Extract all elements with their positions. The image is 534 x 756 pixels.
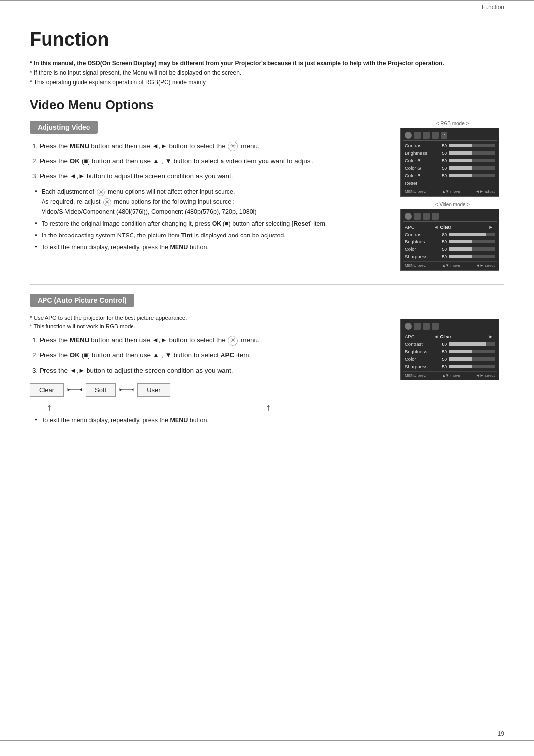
bullet-3: In the broadcasting system NTSC, the pic…	[35, 231, 389, 240]
osd-rgb-title: IN	[403, 130, 497, 141]
page-number: 19	[498, 730, 504, 737]
apc-note-2: * This function will not work in RGB mod…	[30, 322, 389, 331]
apc-step-1: Press the MENU button and then use ◄,► b…	[40, 334, 389, 346]
osd-rgb-row-reset: Reset	[403, 179, 497, 187]
osd-rgb-row-5: Color B 50	[403, 172, 497, 179]
apc-bullets: To exit the menu display, repeatedly, pr…	[35, 415, 389, 425]
apc-bold: APC	[221, 351, 235, 359]
osd-apc-footer: MENU prev. ▲▼ move ◄► select	[403, 371, 497, 378]
osd-video-title	[403, 211, 497, 222]
osd-video-icon-3	[423, 213, 430, 220]
osd-apc-icon-4	[432, 323, 439, 330]
step-1: Press the MENU button and then use ◄,► b…	[40, 141, 389, 152]
bullet-1: Each adjustment of menu options will not…	[35, 187, 389, 217]
osd-rgb-row-4: Color G 50	[403, 164, 497, 172]
apc-arrow-1	[64, 386, 86, 394]
apc-notes: * Use APC to set the projector for the b…	[30, 314, 389, 331]
apc-step-2: Press the OK (■) button and then use ▲ ,…	[40, 349, 389, 361]
osd-rgb-box: IN Contrast 50 Brightness 50 Color R 50	[400, 128, 499, 197]
menu-bold-apc2: MENU	[170, 417, 188, 424]
intro-notes: * In this manual, the OSD(On Screen Disp…	[30, 59, 504, 88]
adjusting-video-bullets: Each adjustment of menu options will not…	[35, 187, 389, 252]
osd-apc-icon-3	[423, 323, 430, 330]
apc-bullet-exit: To exit the menu display, repeatedly, pr…	[35, 415, 389, 425]
page-title: Function	[30, 29, 504, 50]
bullet-4: To exit the menu display, repeatedly, pr…	[35, 242, 389, 252]
osd-apc-row-2: Brightness 50	[403, 348, 497, 355]
apc-user-label: User	[147, 386, 160, 394]
apc-clear-box: Clear	[30, 383, 64, 397]
adjusting-video-section: Adjusting Video Press the MENU button an…	[30, 121, 504, 276]
sun-icon-1	[228, 142, 238, 151]
sun-icon-3	[103, 198, 111, 206]
osd-video-row-4: Sharpness 50	[403, 253, 497, 260]
apc-right: APC ◄ Clear ► Contrast 80 Brightness 50 …	[400, 294, 504, 385]
apc-left: APC (Auto Picture Control) * Use APC to …	[30, 294, 389, 430]
osd-apc-icon-1	[405, 323, 412, 330]
osd-icon-4	[432, 132, 439, 139]
apc-header: APC (Auto Picture Control)	[30, 294, 134, 307]
sun-icon-2	[97, 189, 105, 196]
osd-rgb-row-2: Brightness 50	[403, 149, 497, 157]
osd-video-box: APC ◄ Clear ► Contrast 80 Brightnes 50 C…	[400, 209, 499, 271]
osd-rgb-row-3: Color R 50	[403, 157, 497, 164]
menu-bold-apc1: MENU	[70, 336, 89, 344]
osd-video-icon-4	[432, 213, 439, 220]
step-2: Press the OK (■) button and then use ▲ ,…	[40, 155, 389, 167]
intro-bold: * In this manual, the OSD(On Screen Disp…	[30, 60, 444, 67]
ok-bold-2: OK	[212, 220, 222, 227]
pointer-left: ↑	[47, 402, 52, 413]
osd-apc-title	[403, 321, 497, 331]
svg-marker-4	[120, 388, 122, 391]
osd-video-row-2: Brightnes 50	[403, 238, 497, 245]
osd-icon-3	[423, 132, 430, 139]
menu-bold-2: MENU	[170, 244, 188, 251]
osd-icon-1	[405, 132, 412, 139]
ok-bold-1: OK	[70, 157, 80, 165]
apc-steps: Press the MENU button and then use ◄,► b…	[40, 334, 389, 377]
step-3: Press the ◄,► button to adjust the scree…	[40, 170, 389, 182]
osd-video-footer: MENU prev. ▲▼ move ◄► select	[403, 261, 497, 268]
arrow-svg-1	[67, 386, 83, 394]
apc-diagram: Clear Soft	[30, 383, 389, 397]
bullet-2: To restore the original image condition …	[35, 219, 389, 229]
apc-clear-label: Clear	[39, 386, 54, 394]
osd-apc-apc-row: APC ◄ Clear ►	[403, 333, 497, 340]
osd-video-icon-2	[414, 213, 421, 220]
osd-icon-2	[414, 132, 421, 139]
apc-note-1: * Use APC to set the projector for the b…	[30, 314, 389, 322]
osd-video-apc: APC ◄ Clear ►	[403, 223, 497, 231]
sun-icon-apc1	[228, 336, 238, 346]
pointer-right: ↑	[266, 402, 271, 413]
arrow-svg-2	[119, 386, 134, 394]
menu-bold-1: MENU	[70, 142, 89, 150]
section-title: Video Menu Options	[30, 97, 504, 113]
header-label: Function	[482, 4, 504, 11]
apc-step-3: Press the ◄,► button to adjust the scree…	[40, 365, 389, 377]
section-divider-1	[30, 284, 504, 285]
tint-bold: Tint	[181, 232, 193, 239]
intro-note2: * If there is no input signal present, t…	[30, 68, 504, 78]
adjusting-video-right: < RGB mode > IN Contrast 50 Brightness	[400, 121, 504, 276]
apc-soft-label: Soft	[95, 386, 106, 394]
osd-video-icon-1	[405, 213, 412, 220]
adjusting-video-steps: Press the MENU button and then use ◄,► b…	[40, 141, 389, 183]
osd-rgb-footer: MENU prev. ▲▼ move ◄► adjust	[403, 188, 497, 194]
apc-pointers: ↑ ↑	[30, 402, 389, 413]
video-mode-label: < Video mode >	[400, 202, 504, 207]
osd-apc-box: APC ◄ Clear ► Contrast 80 Brightness 50 …	[400, 319, 499, 380]
page-header: Function	[0, 0, 534, 14]
osd-video-row-3: Color 50	[403, 245, 497, 253]
ok-bold-apc: OK	[70, 351, 80, 359]
osd-video-row-1: Contrast 80	[403, 231, 497, 238]
reset-bold: Reset	[293, 220, 310, 227]
apc-user-box: User	[137, 383, 170, 397]
apc-diagram-container: Clear Soft	[30, 383, 389, 413]
adjusting-video-left: Adjusting Video Press the MENU button an…	[30, 121, 389, 258]
apc-arrow-2	[116, 386, 137, 394]
svg-marker-1	[68, 388, 70, 391]
osd-apc-row-1: Contrast 80	[403, 340, 497, 348]
osd-apc-icon-2	[414, 323, 421, 330]
svg-marker-2	[80, 388, 82, 391]
osd-icon-5: IN	[441, 132, 447, 139]
